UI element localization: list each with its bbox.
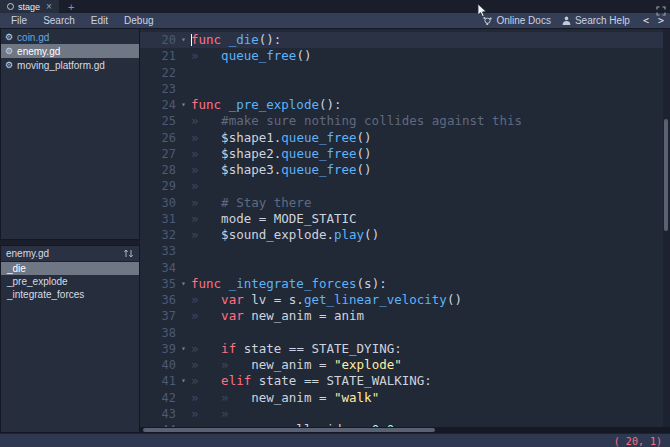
code-line-39[interactable]: 39▾» if state == STATE_DYING: (140, 341, 670, 357)
search-help-label: Search Help (575, 15, 630, 26)
line-number[interactable]: 28 (140, 162, 176, 178)
code-line-40[interactable]: 40» » new_anim = "explode" (140, 357, 670, 373)
code-line-22[interactable]: 22 (140, 65, 670, 81)
tab-label: stage (18, 2, 40, 12)
member-item-_integrate_forces[interactable]: _integrate_forces (1, 288, 139, 301)
menu-left: FileSearchEditDebug (3, 13, 162, 28)
history-forward-icon[interactable]: > (658, 15, 664, 26)
menu-file[interactable]: File (3, 15, 35, 26)
script-item-coin.gd[interactable]: ⚙coin.gd (1, 30, 139, 44)
line-number[interactable]: 40 (140, 357, 176, 373)
code-line-27[interactable]: 27» $shape2.queue_free() (140, 146, 670, 162)
code-line-28[interactable]: 28» $shape3.queue_free() (140, 162, 670, 178)
line-number[interactable]: 33 (140, 243, 176, 259)
history-nav: < > (643, 15, 664, 26)
code-lines: 20▾func _die():21» queue_free()222324▾fu… (140, 32, 670, 433)
member-item-_die[interactable]: _die (1, 262, 139, 275)
line-number[interactable]: 36 (140, 292, 176, 308)
line-number[interactable]: 41 (140, 373, 176, 389)
sort-members-icon[interactable] (123, 249, 134, 258)
line-number[interactable]: 31 (140, 211, 176, 227)
vertical-scrollbar-thumb[interactable] (664, 119, 668, 231)
code-line-38[interactable]: 38 (140, 325, 670, 341)
fold-gutter (176, 357, 191, 373)
line-number[interactable]: 29 (140, 178, 176, 194)
line-number[interactable]: 25 (140, 113, 176, 129)
fold-gutter (176, 48, 191, 64)
line-number[interactable]: 37 (140, 308, 176, 324)
vertical-scrollbar[interactable] (663, 29, 670, 427)
code-line-37[interactable]: 37» var new_anim = anim (140, 308, 670, 324)
code-line-33[interactable]: 33 (140, 243, 670, 259)
line-number[interactable]: 20 (140, 32, 176, 48)
menu-bar: FileSearchEditDebug Online Docs Search H… (0, 13, 670, 28)
code-line-41[interactable]: 41▾» elif state == STATE_WALKING: (140, 373, 670, 389)
scene-icon (7, 3, 14, 10)
line-number[interactable]: 42 (140, 390, 176, 406)
line-number[interactable]: 39 (140, 341, 176, 357)
fold-gutter (176, 243, 191, 259)
code-line-23[interactable]: 23 (140, 81, 670, 97)
code-text: » #make sure nothing collides against th… (191, 113, 670, 129)
line-number[interactable]: 24 (140, 97, 176, 113)
history-back-icon[interactable]: < (643, 15, 649, 26)
horizontal-scrollbar[interactable] (140, 427, 670, 433)
fold-gutter (176, 390, 191, 406)
menu-search[interactable]: Search (35, 15, 83, 26)
search-help-button[interactable]: Search Help (562, 15, 630, 26)
online-docs-button[interactable]: Online Docs (483, 15, 550, 26)
code-line-43[interactable]: 43» » (140, 406, 670, 422)
line-number[interactable]: 22 (140, 65, 176, 81)
code-line-25[interactable]: 25» #make sure nothing collides against … (140, 113, 670, 129)
distraction-free-mode-icon[interactable] (656, 2, 666, 12)
menu-debug[interactable]: Debug (116, 15, 161, 26)
code-line-35[interactable]: 35▾func _integrate_forces(s): (140, 276, 670, 292)
code-line-31[interactable]: 31» mode = MODE_STATIC (140, 211, 670, 227)
fold-gutter (176, 162, 191, 178)
line-number[interactable]: 30 (140, 195, 176, 211)
fold-toggle-icon[interactable]: ▾ (176, 97, 191, 113)
fold-gutter (176, 211, 191, 227)
script-item-moving_platform.gd[interactable]: ⚙moving_platform.gd (1, 58, 139, 72)
code-line-30[interactable]: 30» # Stay there (140, 195, 670, 211)
fold-toggle-icon[interactable]: ▾ (176, 373, 191, 389)
menu-edit[interactable]: Edit (83, 15, 116, 26)
code-line-42[interactable]: 42» » new_anim = "walk" (140, 390, 670, 406)
members-panel: enemy.gd _die_pre_explode_integrate_forc… (0, 245, 140, 433)
code-text: » $shape1.queue_free() (191, 130, 670, 146)
script-item-enemy.gd[interactable]: ⚙enemy.gd (1, 44, 139, 58)
member-item-_pre_explode[interactable]: _pre_explode (1, 275, 139, 288)
fold-gutter (176, 178, 191, 194)
close-icon[interactable]: × (46, 2, 52, 12)
line-number[interactable]: 32 (140, 227, 176, 243)
tab-stage[interactable]: stage × (0, 0, 59, 13)
fold-toggle-icon[interactable]: ▾ (176, 276, 191, 292)
code-line-20[interactable]: 20▾func _die(): (140, 32, 670, 48)
code-text (191, 65, 670, 81)
line-number[interactable]: 35 (140, 276, 176, 292)
new-tab-button[interactable]: + (59, 0, 83, 13)
fold-toggle-icon[interactable]: ▾ (176, 341, 191, 357)
code-line-21[interactable]: 21» queue_free() (140, 48, 670, 64)
line-number[interactable]: 26 (140, 130, 176, 146)
code-editor[interactable]: 20▾func _die():21» queue_free()222324▾fu… (140, 28, 670, 433)
online-docs-icon (483, 16, 492, 25)
code-line-34[interactable]: 34 (140, 260, 670, 276)
fold-toggle-icon[interactable]: ▾ (176, 32, 191, 48)
code-text: » $sound_explode.play() (191, 227, 670, 243)
fold-gutter (176, 308, 191, 324)
code-line-26[interactable]: 26» $shape1.queue_free() (140, 130, 670, 146)
code-line-29[interactable]: 29» (140, 178, 670, 194)
horizontal-scrollbar-thumb[interactable] (143, 428, 435, 432)
line-number[interactable]: 38 (140, 325, 176, 341)
line-number[interactable]: 34 (140, 260, 176, 276)
code-text: » # Stay there (191, 195, 670, 211)
code-line-32[interactable]: 32» $sound_explode.play() (140, 227, 670, 243)
line-number[interactable]: 43 (140, 406, 176, 422)
line-number[interactable]: 23 (140, 81, 176, 97)
code-text: » » new_anim = "walk" (191, 390, 670, 406)
code-line-36[interactable]: 36» var lv = s.get_linear_velocity() (140, 292, 670, 308)
code-line-24[interactable]: 24▾func _pre_explode(): (140, 97, 670, 113)
line-number[interactable]: 27 (140, 146, 176, 162)
line-number[interactable]: 21 (140, 48, 176, 64)
